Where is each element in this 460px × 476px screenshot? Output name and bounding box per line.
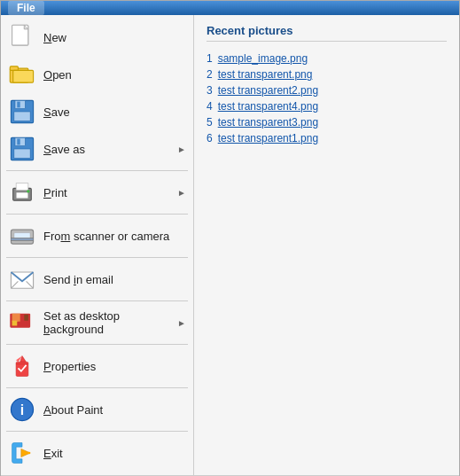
divider-5 <box>6 344 188 345</box>
menu-label-email: Send in email <box>43 273 186 286</box>
recent-list: 1sample_image.png2test transparent.png3t… <box>207 51 447 146</box>
recent-num: 6 <box>207 132 213 144</box>
divider-1 <box>6 170 188 171</box>
menu-label-about: About Paint <box>43 403 186 417</box>
menu-label-print: Print <box>43 186 177 199</box>
title-bar-label: File <box>8 1 44 15</box>
menu-label-open: Open <box>43 68 186 82</box>
print-icon <box>8 178 36 207</box>
divider-7 <box>6 431 188 432</box>
svg-rect-30 <box>18 322 26 326</box>
paint-window: File New <box>0 0 460 476</box>
menu-label-save-as: Save as <box>43 143 177 156</box>
menu-item-save[interactable]: Save <box>1 93 193 130</box>
about-icon: i <box>8 395 36 424</box>
recent-num: 3 <box>207 84 213 97</box>
svg-rect-10 <box>14 112 30 121</box>
svg-rect-28 <box>12 314 20 322</box>
recent-filename: test transparent4.png <box>218 100 318 113</box>
svg-text:i: i <box>20 402 24 417</box>
recent-num: 1 <box>207 52 213 65</box>
svg-rect-6 <box>10 66 18 71</box>
properties-icon <box>8 352 36 380</box>
menu-item-properties[interactable]: Properties <box>1 347 193 385</box>
svg-rect-18 <box>16 183 28 191</box>
recent-filename: test transparent1.png <box>218 132 318 144</box>
menu-label-scanner: From scanner or camera <box>43 230 186 243</box>
menu-label-new: New <box>43 31 186 44</box>
recent-item[interactable]: 5test transparent3.png <box>207 114 447 130</box>
menu-item-exit[interactable]: Exit <box>1 434 193 472</box>
right-panel: Recent pictures 1sample_image.png2test t… <box>194 15 459 475</box>
svg-rect-13 <box>15 137 25 145</box>
title-bar: File <box>1 1 459 15</box>
exit-icon <box>8 439 36 467</box>
divider-3 <box>6 257 188 258</box>
recent-filename: test transparent3.png <box>218 116 318 129</box>
svg-rect-29 <box>12 321 18 326</box>
save-as-arrow: ► <box>177 144 186 154</box>
recent-item[interactable]: 1sample_image.png <box>207 51 447 66</box>
recent-item[interactable]: 6test transparent1.png <box>207 130 447 146</box>
recent-num: 5 <box>207 116 213 129</box>
menu-label-save: Save <box>43 105 186 119</box>
svg-rect-14 <box>14 149 30 158</box>
recent-filename: test transparent2.png <box>218 84 318 97</box>
divider-6 <box>6 387 188 388</box>
svg-rect-15 <box>17 139 19 145</box>
menu-item-desktop[interactable]: Set as desktop background ► <box>1 304 193 341</box>
menu-content: New Open <box>1 15 459 475</box>
svg-rect-7 <box>13 70 34 82</box>
print-arrow: ► <box>177 188 186 198</box>
scanner-icon <box>8 222 36 250</box>
recent-filename: sample_image.png <box>218 52 308 65</box>
menu-item-scanner[interactable]: From scanner or camera <box>1 217 193 254</box>
recent-filename: test transparent.png <box>218 68 313 81</box>
svg-point-19 <box>27 190 29 192</box>
divider-4 <box>6 300 188 301</box>
svg-rect-9 <box>15 100 25 108</box>
menu-label-properties: Properties <box>43 360 186 373</box>
recent-item[interactable]: 3test transparent2.png <box>207 82 447 98</box>
email-icon <box>8 265 36 293</box>
recent-num: 2 <box>207 68 213 81</box>
new-icon <box>8 23 36 51</box>
menu-item-save-as[interactable]: Save as ► <box>1 130 193 168</box>
save-as-icon <box>8 135 36 163</box>
recent-item[interactable]: 4test transparent4.png <box>207 98 447 114</box>
svg-rect-17 <box>16 192 28 199</box>
divider-2 <box>6 214 188 215</box>
menu-item-open[interactable]: Open <box>1 56 193 93</box>
desktop-icon <box>8 308 36 337</box>
menu-label-exit: Exit <box>43 447 186 460</box>
desktop-arrow: ► <box>177 318 186 328</box>
recent-item[interactable]: 2test transparent.png <box>207 66 447 82</box>
menu-item-new[interactable]: New <box>1 19 193 56</box>
recent-pictures-title: Recent pictures <box>207 24 447 42</box>
menu-item-about[interactable]: i About Paint <box>1 391 193 428</box>
menu-item-email[interactable]: Send in email <box>1 261 193 298</box>
recent-num: 4 <box>207 100 213 113</box>
save-icon <box>8 98 36 126</box>
left-panel: New Open <box>1 15 194 475</box>
svg-rect-11 <box>17 102 19 108</box>
menu-label-desktop: Set as desktop background <box>43 309 177 336</box>
open-icon <box>8 60 36 89</box>
svg-rect-31 <box>24 315 28 321</box>
menu-item-print[interactable]: Print ► <box>1 174 193 211</box>
